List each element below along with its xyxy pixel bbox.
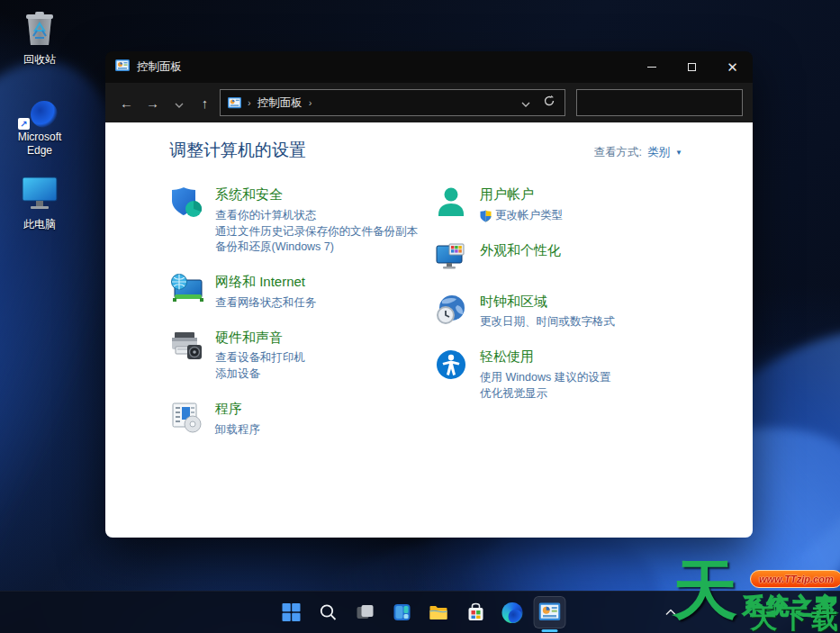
edge-icon (502, 602, 523, 623)
this-pc-icon (19, 174, 60, 215)
breadcrumb-separator: › (248, 97, 251, 108)
navigation-toolbar: ← → ↑ › 控制面板 › (105, 83, 753, 122)
ease-of-access-icon[interactable] (434, 348, 468, 382)
hardware-sound-icon[interactable] (169, 329, 203, 363)
search-icon (319, 603, 337, 621)
category-programs: 程序 卸载程序 (169, 400, 434, 439)
control-panel-content: 调整计算机的设置 查看方式: 类别 ▼ (105, 122, 753, 538)
refresh-icon[interactable] (543, 95, 555, 111)
category-column-right: 用户帐户 更改帐户类型 (434, 185, 682, 455)
page-title: 调整计算机的设置 (169, 139, 306, 162)
category-system-security: 系统和安全 查看你的计算机状态 通过文件历史记录保存你的文件备份副本 备份和还原… (169, 185, 434, 256)
breadcrumb-separator: › (309, 97, 312, 108)
task-link[interactable]: 查看你的计算机状态 (215, 208, 418, 224)
desktop-icon-label: Microsoft Edge (5, 131, 75, 158)
user-accounts-icon[interactable] (434, 185, 468, 220)
view-by-caret-icon[interactable]: ▼ (675, 149, 682, 157)
back-button[interactable]: ← (114, 95, 139, 111)
store-button[interactable] (459, 596, 492, 628)
file-explorer-button[interactable] (422, 596, 455, 628)
control-panel-icon (538, 601, 560, 623)
taskbar-edge-button[interactable] (496, 596, 528, 628)
task-view-button[interactable] (348, 596, 381, 628)
store-icon (465, 602, 485, 622)
close-button[interactable]: ✕ (712, 51, 753, 83)
category-title[interactable]: 外观和个性化 (480, 242, 561, 259)
category-column-left: 系统和安全 查看你的计算机状态 通过文件历史记录保存你的文件备份副本 备份和还原… (169, 185, 434, 455)
forward-button[interactable]: → (140, 95, 165, 111)
chevron-up-icon (665, 610, 676, 616)
windows-start-icon (281, 602, 301, 622)
edge-icon: ↗ (20, 88, 59, 128)
uac-shield-icon (480, 210, 492, 222)
desktop-icon-label: 此电脑 (23, 218, 56, 231)
task-link[interactable]: 优化视觉显示 (480, 386, 610, 402)
category-title[interactable]: 程序 (215, 401, 260, 418)
category-user-accounts: 用户帐户 更改帐户类型 (434, 185, 682, 224)
desktop-icon-recycle-bin[interactable]: 回收站 (5, 7, 75, 67)
view-by-label: 查看方式: (594, 145, 642, 160)
task-link[interactable]: 备份和还原(Windows 7) (215, 240, 418, 256)
breadcrumb-control-panel[interactable]: 控制面板 (257, 95, 303, 111)
widgets-icon (392, 602, 411, 622)
control-panel-window: 控制面板 ✕ ← → ↑ (105, 51, 753, 538)
task-link[interactable]: 添加设备 (215, 366, 305, 383)
desktop-icon-this-pc[interactable]: 此电脑 (5, 174, 75, 231)
category-title[interactable]: 系统和安全 (215, 186, 418, 203)
minimize-button[interactable] (631, 51, 672, 83)
address-bar[interactable]: › 控制面板 › (220, 89, 565, 116)
category-title[interactable]: 硬件和声音 (215, 330, 305, 347)
tray-hidden-icons-chevron[interactable] (665, 610, 676, 616)
task-link-label: 更改帐户类型 (495, 208, 563, 224)
task-link-uac[interactable]: 更改帐户类型 (480, 208, 563, 224)
category-network-internet: 网络和 Internet 查看网络状态和任务 (169, 273, 434, 312)
view-by-dropdown[interactable]: 类别 (647, 145, 670, 160)
task-link[interactable]: 卸载程序 (215, 422, 260, 439)
window-titlebar[interactable]: 控制面板 ✕ (105, 51, 753, 83)
close-icon: ✕ (727, 60, 738, 74)
search-box[interactable] (576, 89, 743, 116)
minimize-icon (647, 67, 656, 68)
address-dropdown-chevron-icon[interactable] (521, 95, 530, 111)
desktop-icon-edge[interactable]: ↗ Microsoft Edge (5, 88, 75, 158)
recycle-bin-icon (21, 7, 59, 50)
appearance-personalization-icon[interactable] (434, 241, 468, 276)
file-explorer-icon (429, 602, 449, 623)
category-hardware-sound: 硬件和声音 查看设备和打印机 添加设备 (169, 329, 434, 383)
task-link[interactable]: 更改日期、时间或数字格式 (480, 314, 615, 330)
taskbar (0, 591, 840, 633)
window-title: 控制面板 (137, 59, 182, 75)
category-clock-region: 时钟和区域 更改日期、时间或数字格式 (434, 293, 682, 331)
clock-region-icon[interactable] (434, 293, 468, 327)
category-title[interactable]: 用户帐户 (480, 186, 563, 203)
task-link[interactable]: 使用 Windows 建议的设置 (480, 370, 610, 386)
task-view-icon (355, 602, 375, 622)
programs-icon[interactable] (169, 400, 203, 434)
start-button[interactable] (275, 596, 307, 628)
search-input[interactable] (583, 90, 738, 115)
maximize-button[interactable] (672, 51, 712, 83)
control-panel-icon (115, 59, 130, 77)
task-link[interactable]: 通过文件历史记录保存你的文件备份副本 (215, 224, 418, 240)
control-panel-icon (228, 96, 241, 110)
up-button[interactable]: ↑ (193, 95, 217, 111)
taskbar-control-panel-button[interactable] (533, 596, 565, 628)
category-title[interactable]: 网络和 Internet (215, 274, 317, 291)
shortcut-arrow-icon: ↗ (18, 118, 30, 130)
recent-pages-chevron-icon[interactable] (167, 95, 191, 111)
task-link[interactable]: 查看网络状态和任务 (215, 295, 317, 312)
widgets-button[interactable] (385, 596, 418, 628)
category-title[interactable]: 轻松使用 (480, 348, 610, 366)
taskbar-search-button[interactable] (312, 596, 344, 628)
task-link[interactable]: 查看设备和打印机 (215, 350, 305, 366)
category-title[interactable]: 时钟和区域 (480, 294, 615, 311)
network-internet-icon[interactable] (169, 273, 203, 307)
maximize-icon (688, 63, 696, 71)
system-security-icon[interactable] (169, 185, 203, 220)
category-appearance-personalization: 外观和个性化 (434, 241, 682, 276)
category-ease-of-access: 轻松使用 使用 Windows 建议的设置 优化视觉显示 (434, 348, 682, 402)
desktop-icon-list: 回收站 ↗ Microsoft Edge 此电脑 (4, 7, 76, 231)
desktop-icon-label: 回收站 (23, 53, 56, 67)
